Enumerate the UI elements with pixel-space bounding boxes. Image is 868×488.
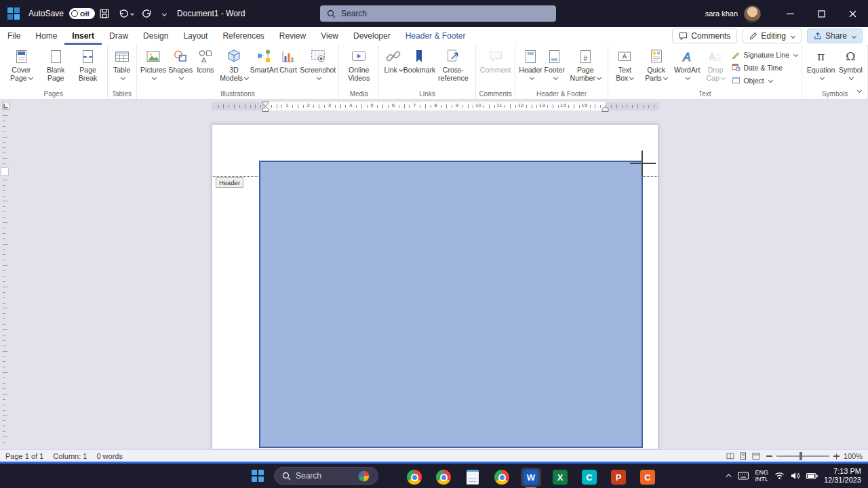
tab-file[interactable]: File bbox=[0, 27, 28, 45]
tab-header-footer[interactable]: Header & Footer bbox=[398, 27, 473, 45]
speaker-icon[interactable] bbox=[791, 472, 800, 480]
quick-access-dropdown[interactable] bbox=[157, 0, 170, 27]
3d-models-button[interactable]: 3D Models bbox=[217, 46, 252, 83]
equation-button[interactable]: π Equation bbox=[805, 46, 837, 83]
tab-home[interactable]: Home bbox=[28, 27, 64, 45]
document-area[interactable]: Header bbox=[0, 113, 868, 449]
tab-design[interactable]: Design bbox=[136, 27, 176, 45]
undo-button[interactable] bbox=[114, 0, 138, 27]
taskbar-app-excel[interactable]: X bbox=[550, 468, 570, 487]
blank-page-button[interactable]: Blank Page bbox=[40, 46, 72, 83]
page-indicator[interactable]: Page 1 of 1 bbox=[5, 452, 43, 460]
minimize-button[interactable] bbox=[774, 0, 806, 27]
tab-references[interactable]: References bbox=[215, 27, 271, 45]
footer-button[interactable]: Footer bbox=[543, 46, 566, 83]
hanging-indent-marker[interactable] bbox=[262, 106, 269, 112]
group-label-illustrations: Illustrations bbox=[140, 89, 336, 99]
save-button[interactable] bbox=[95, 0, 114, 27]
shapes-button[interactable]: Shapes bbox=[167, 46, 194, 83]
web-layout-icon[interactable] bbox=[752, 452, 760, 460]
print-layout-icon[interactable] bbox=[739, 452, 747, 460]
taskbar-app-powerpoint[interactable]: P bbox=[608, 468, 629, 487]
battery-icon[interactable] bbox=[806, 472, 818, 480]
tab-review[interactable]: Review bbox=[272, 27, 313, 45]
icons-button[interactable]: Icons bbox=[194, 46, 217, 75]
wifi-icon[interactable] bbox=[774, 472, 785, 480]
read-mode-icon[interactable] bbox=[726, 452, 734, 460]
share-button[interactable]: Share bbox=[807, 28, 863, 43]
text-box-button[interactable]: Text Box bbox=[611, 46, 639, 83]
page-break-button[interactable]: Page Break bbox=[72, 46, 104, 83]
start-button[interactable] bbox=[252, 470, 264, 482]
text-box-icon bbox=[616, 47, 633, 65]
smartart-button[interactable]: SmartArt bbox=[252, 46, 277, 75]
horizontal-ruler[interactable]: 123456789101112131415 bbox=[212, 102, 659, 110]
comments-button[interactable]: Comments bbox=[672, 28, 737, 43]
tab-stop-selector[interactable] bbox=[2, 102, 9, 110]
collapse-ribbon-button[interactable] bbox=[856, 84, 861, 96]
zoom-out-button[interactable] bbox=[766, 455, 772, 457]
symbol-button[interactable]: Ω Symbol bbox=[837, 46, 865, 83]
autosave-toggle[interactable]: Off bbox=[69, 8, 95, 19]
screenshot-button[interactable]: Screenshot bbox=[300, 46, 336, 83]
first-line-indent-marker[interactable] bbox=[262, 101, 269, 106]
bookmark-button[interactable]: Bookmark bbox=[405, 46, 434, 75]
tab-layout[interactable]: Layout bbox=[176, 27, 215, 45]
clock[interactable]: 7:13 PM 12/31/2023 bbox=[824, 467, 861, 485]
tab-view[interactable]: View bbox=[313, 27, 346, 45]
taskbar: W X C P C ENG INTL 7:13 PM 12/31/2023 bbox=[0, 464, 868, 488]
taskbar-search-input[interactable] bbox=[296, 471, 354, 481]
zoom-in-button[interactable] bbox=[833, 453, 840, 460]
taskbar-search[interactable] bbox=[274, 467, 378, 485]
zoom-level[interactable]: 100% bbox=[844, 452, 863, 460]
taskbar-app-chrome-2[interactable] bbox=[433, 468, 454, 487]
touch-keyboard-icon[interactable] bbox=[738, 472, 749, 480]
object-button[interactable]: Object bbox=[732, 74, 797, 87]
taskbar-app-clipchamp[interactable]: C bbox=[579, 468, 599, 487]
quick-parts-button[interactable]: Quick Parts bbox=[639, 46, 674, 83]
avatar[interactable] bbox=[744, 5, 761, 22]
wordart-button[interactable]: A WordArt bbox=[673, 46, 700, 83]
dropdown-chevron-icon bbox=[317, 75, 321, 80]
redo-button[interactable] bbox=[138, 0, 157, 27]
editing-button[interactable]: Editing bbox=[743, 28, 802, 43]
taskbar-app-c[interactable]: C bbox=[637, 468, 658, 487]
account-area[interactable]: sara khan bbox=[705, 0, 761, 27]
taskbar-app-chrome-3[interactable] bbox=[492, 468, 512, 487]
chart-button[interactable]: Chart bbox=[277, 46, 300, 75]
column-indicator[interactable]: Column: 1 bbox=[53, 452, 87, 460]
online-videos-button[interactable]: Online Videos bbox=[342, 46, 376, 83]
signature-line-button[interactable]: Signature Line bbox=[732, 48, 797, 61]
titlebar-search[interactable] bbox=[320, 5, 556, 22]
close-button[interactable] bbox=[837, 0, 868, 27]
pictures-button[interactable]: Pictures bbox=[140, 46, 167, 83]
zoom-slider-knob[interactable] bbox=[800, 452, 802, 460]
undo-dropdown-icon[interactable] bbox=[130, 12, 134, 16]
maximize-button[interactable] bbox=[806, 0, 837, 27]
document-page[interactable]: Header bbox=[212, 124, 658, 449]
page-number-button[interactable]: Page Number bbox=[566, 46, 605, 83]
taskbar-app-notepad[interactable] bbox=[462, 468, 483, 487]
drawn-rectangle-shape[interactable] bbox=[259, 161, 643, 448]
table-button[interactable]: Table bbox=[111, 46, 134, 83]
link-button[interactable]: Link bbox=[382, 46, 405, 75]
cross-reference-button[interactable]: Cross-reference bbox=[434, 46, 473, 83]
zoom-slider[interactable] bbox=[776, 455, 829, 457]
app-launcher-icon[interactable] bbox=[7, 7, 20, 20]
cover-page-button[interactable]: Cover Page bbox=[3, 46, 40, 83]
search-highlight-icon[interactable] bbox=[358, 470, 370, 482]
hidden-icons-chevron[interactable] bbox=[726, 474, 732, 479]
search-input[interactable] bbox=[341, 9, 531, 18]
tab-draw[interactable]: Draw bbox=[102, 27, 136, 45]
tab-developer[interactable]: Developer bbox=[346, 27, 398, 45]
ribbon-group-links: Link Bookmark Cross-reference Links bbox=[379, 45, 476, 99]
taskbar-app-word[interactable]: W bbox=[521, 468, 541, 487]
dropdown-chevron-icon bbox=[530, 75, 534, 80]
vertical-ruler[interactable] bbox=[0, 113, 11, 449]
taskbar-app-chrome[interactable] bbox=[404, 468, 425, 487]
date-time-button[interactable]: Date & Time bbox=[732, 61, 797, 74]
word-count[interactable]: 0 words bbox=[96, 452, 123, 460]
header-button[interactable]: Header bbox=[518, 46, 542, 83]
language-indicator[interactable]: ENG INTL bbox=[755, 469, 768, 483]
tab-insert[interactable]: Insert bbox=[64, 27, 102, 45]
